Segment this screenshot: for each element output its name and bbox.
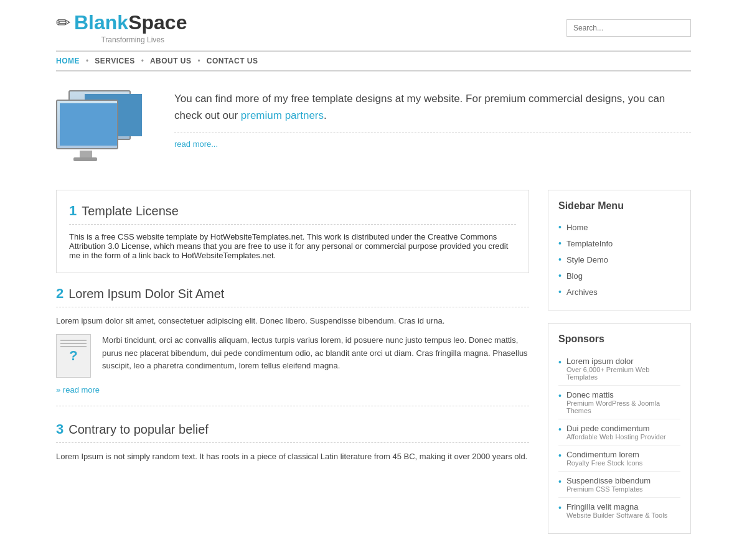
post-heading-1: Template License: [82, 204, 179, 218]
sponsor-text-2: Donec mattis Premium WordPress & Joomla …: [566, 390, 680, 414]
nav-link-services[interactable]: SERVICES: [95, 57, 134, 65]
hero-premium-link[interactable]: premium partners: [241, 110, 324, 121]
thumb-image-2: ?: [56, 334, 91, 378]
monitor-screen-front: [60, 103, 117, 146]
sponsor-sub-3: Affordable Web Hosting Provider: [566, 433, 666, 441]
sponsor-item-3: Dui pede condimentum Affordable Web Host…: [558, 419, 680, 446]
sponsor-item-1: Lorem ipsum dolor Over 6,000+ Premium We…: [558, 352, 680, 386]
logo-tagline: Transforming Lives: [78, 35, 187, 44]
hero-divider: [174, 133, 691, 133]
sidebar-menu-title: Sidebar Menu: [558, 200, 680, 212]
sidebar-item-archives[interactable]: Archives: [558, 284, 680, 300]
sponsor-main-3: Dui pede condimentum: [566, 424, 650, 433]
main-nav: HOME SERVICES ABOUT US CONTACT US: [56, 51, 691, 71]
sponsor-main-4: Condimentum lorem: [566, 450, 639, 459]
sponsor-sub-5: Premium CSS Templates: [566, 485, 651, 493]
hero-paragraph: You can find more of my free template de…: [174, 90, 691, 124]
sidebar-link-archives[interactable]: Archives: [566, 287, 598, 297]
post-divider-1: [69, 224, 516, 225]
sponsors-title: Sponsors: [558, 334, 680, 345]
content-area: 1 Template License This is a free CSS we…: [56, 190, 529, 546]
sidebar-link-templateinfo[interactable]: TemplateInfo: [566, 239, 613, 248]
nav-item-contact[interactable]: CONTACT US: [192, 57, 258, 65]
sidebar-item-templateinfo[interactable]: TemplateInfo: [558, 235, 680, 251]
sponsor-item-2: Donec mattis Premium WordPress & Joomla …: [558, 386, 680, 419]
post-title-2: 2 Lorem Ipsum Dolor Sit Amet: [56, 286, 529, 302]
sponsor-main-5: Suspendisse bibendum: [566, 476, 651, 485]
monitor-front: [56, 100, 118, 149]
nav-link-about[interactable]: ABOUT US: [150, 57, 192, 65]
nav-link-contact[interactable]: CONTACT US: [207, 57, 258, 65]
sidebar-item-styledemo[interactable]: Style Demo: [558, 251, 680, 268]
sponsor-text-4: Condimentum lorem Royalty Free Stock Ico…: [566, 450, 642, 467]
hero-text: You can find more of my free template de…: [174, 90, 691, 149]
monitor-base: [73, 157, 97, 161]
thumb-question-icon: ?: [69, 348, 77, 364]
post-3: 3 Contrary to popular belief Lorem Ipsum…: [56, 421, 529, 481]
sponsor-sub-2: Premium WordPress & Joomla Themes: [566, 399, 680, 414]
post-thumbnail-2: ?: [56, 334, 93, 379]
post-read-more-2[interactable]: » read more: [56, 385, 529, 394]
sponsor-text-1: Lorem ipsum dolor Over 6,000+ Premium We…: [566, 357, 680, 381]
sidebar-menu-list: Home TemplateInfo Style Demo Blog Archiv…: [558, 219, 680, 300]
sponsor-item-6: Fringilla velit magna Website Builder So…: [558, 498, 680, 523]
sponsor-item-4: Condimentum lorem Royalty Free Stock Ico…: [558, 446, 680, 472]
search-input[interactable]: [566, 19, 691, 37]
thumb-lines: [60, 340, 87, 349]
post-divider-2: [56, 307, 529, 307]
sponsor-sub-6: Website Builder Software & Tools: [566, 511, 667, 519]
post-with-image-2: ? Morbi tincidunt, orci ac convallis ali…: [56, 334, 529, 379]
nav-item-about[interactable]: ABOUT US: [135, 57, 192, 65]
sidebar-menu-box: Sidebar Menu Home TemplateInfo Style Dem…: [548, 190, 691, 310]
sidebar-link-styledemo[interactable]: Style Demo: [566, 255, 608, 264]
hero-image: [56, 90, 156, 171]
post-heading-2: Lorem Ipsum Dolor Sit Amet: [68, 287, 224, 301]
post-num-2: 2: [56, 286, 63, 302]
post-num-1: 1: [69, 203, 77, 219]
post-body-1: This is a free CSS website template by H…: [69, 232, 516, 260]
logo-space: Space: [128, 11, 187, 34]
nav-link-home[interactable]: HOME: [56, 57, 80, 65]
sponsor-sub-1: Over 6,000+ Premium Web Templates: [566, 366, 680, 381]
sponsor-main-1: Lorem ipsum dolor: [566, 357, 634, 366]
logo-text: BlankSpace: [74, 11, 187, 34]
nav-item-services[interactable]: SERVICES: [80, 57, 135, 65]
sponsor-main-2: Donec mattis: [566, 390, 614, 399]
sponsor-text-6: Fringilla velit magna Website Builder So…: [566, 502, 667, 519]
post-body-3: Lorem Ipsum is not simply random text. I…: [56, 450, 529, 464]
sponsor-text-5: Suspendisse bibendum Premium CSS Templat…: [566, 476, 651, 493]
sponsor-sub-4: Royalty Free Stock Icons: [566, 459, 642, 467]
main-content: 1 Template License This is a free CSS we…: [56, 184, 691, 546]
sponsor-item-5: Suspendisse bibendum Premium CSS Templat…: [558, 472, 680, 498]
nav-item-home[interactable]: HOME: [56, 57, 80, 65]
post-body-2b: Morbi tincidunt, orci ac convallis aliqu…: [102, 334, 529, 373]
hero-text-end: .: [324, 110, 327, 121]
post-heading-3: Contrary to popular belief: [68, 422, 209, 437]
sidebar-link-home[interactable]: Home: [566, 223, 588, 232]
post-box-1: 1 Template License This is a free CSS we…: [56, 190, 529, 273]
sidebar-item-blog[interactable]: Blog: [558, 268, 680, 284]
hero-section: You can find more of my free template de…: [56, 72, 691, 184]
sidebar: Sidebar Menu Home TemplateInfo Style Dem…: [548, 190, 691, 546]
post-divider-3: [56, 442, 529, 443]
post-num-3: 3: [56, 421, 63, 437]
search-box: [566, 19, 691, 37]
post-body-2a: Lorem ipsum dolor sit amet, consectetuer…: [56, 315, 529, 328]
post-2: 2 Lorem Ipsum Dolor Sit Amet Lorem ipsum…: [56, 286, 529, 406]
sidebar-item-home[interactable]: Home: [558, 219, 680, 235]
post-title-1: 1 Template License: [69, 203, 516, 219]
logo-blank: Blank: [74, 11, 128, 34]
sponsor-list: Lorem ipsum dolor Over 6,000+ Premium We…: [558, 352, 680, 523]
sponsor-text-3: Dui pede condimentum Affordable Web Host…: [566, 424, 666, 441]
post-title-3: 3 Contrary to popular belief: [56, 421, 529, 437]
logo-icon: ✏: [56, 12, 70, 33]
sidebar-link-blog[interactable]: Blog: [566, 271, 583, 281]
sponsors-box: Sponsors Lorem ipsum dolor Over 6,000+ P…: [548, 323, 691, 534]
sponsor-main-6: Fringilla velit magna: [566, 502, 639, 511]
hero-read-more[interactable]: read more...: [174, 139, 218, 149]
